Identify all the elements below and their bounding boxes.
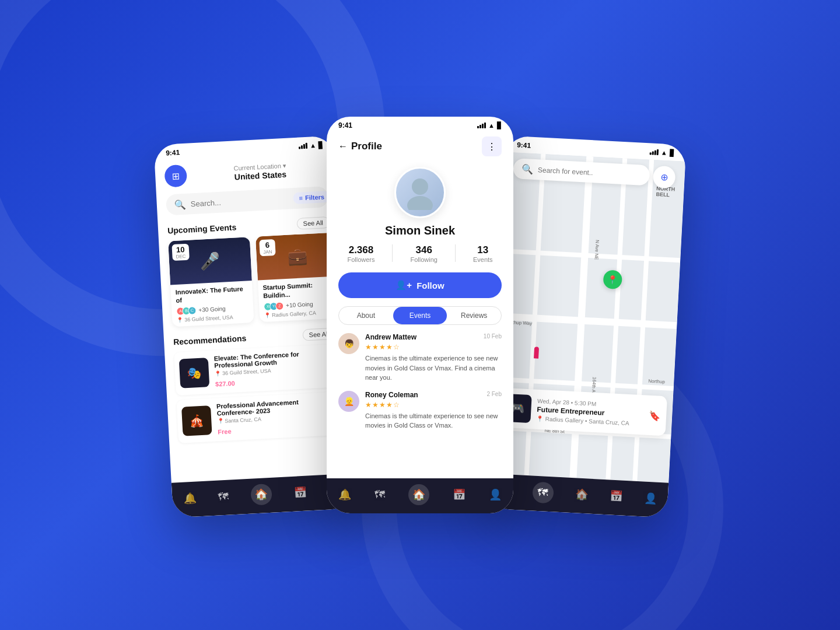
svg-point-0 <box>412 178 428 195</box>
bookmark-icon[interactable]: 🔖 <box>649 410 661 421</box>
location-block: Current Location ▾ United States <box>193 160 327 184</box>
upcoming-events-list: 🎤 10 DEC InnovateX: The Future of A B <box>159 232 344 333</box>
left-phone: 9:41 ▲ ▊ ⊞ Current Location ▾ Un <box>153 135 354 517</box>
back-button[interactable]: ← Profile <box>338 141 382 152</box>
map-bookmark-1 <box>534 347 539 359</box>
event-date-badge-0: 10 DEC <box>172 244 189 261</box>
profile-tabs: About Events Reviews <box>338 306 502 325</box>
status-time-center: 9:41 <box>338 121 352 130</box>
stat-events: 13 Events <box>473 244 493 263</box>
follow-icon: 👤+ <box>396 280 412 290</box>
location-target-icon: ⊕ <box>660 172 668 183</box>
reviewer-name-1: Roney Coleman <box>365 391 418 399</box>
search-icon-map: 🔍 <box>522 163 534 175</box>
nav-profile-center[interactable]: 👤 <box>489 488 502 501</box>
profile-page-title: Profile <box>351 141 382 152</box>
nav-notifications-center[interactable]: 🔔 <box>338 488 351 501</box>
user-name: Simon Sinek <box>385 224 455 237</box>
nav-calendar-left[interactable]: 📅 <box>293 486 307 499</box>
search-input-left[interactable] <box>190 194 289 208</box>
status-bar-center: 9:41 ▲ ▊ <box>327 117 513 132</box>
more-icon: ⋮ <box>487 141 496 152</box>
nav-calendar-right[interactable]: 📅 <box>609 490 622 503</box>
nav-map-right[interactable]: 🗺 <box>532 482 554 504</box>
nav-map-center[interactable]: 🗺 <box>374 489 385 501</box>
nav-notifications-left[interactable]: 🔔 <box>183 492 197 505</box>
nav-map-left[interactable]: 🗺 <box>218 490 229 503</box>
reviewer-avatar-0: 👦 <box>338 333 359 354</box>
rec-info-0: Elevate: The Conference for Professional… <box>214 349 333 388</box>
wifi-icon: ▲ <box>310 142 317 149</box>
stat-following: 346 Following <box>410 244 437 263</box>
tab-about[interactable]: About <box>339 307 393 324</box>
signal-icon-center <box>477 123 486 128</box>
app-logo: ⊞ <box>164 164 187 188</box>
search-icon-left: 🔍 <box>174 198 186 210</box>
map-pin-icon: 📍 <box>607 275 618 285</box>
status-time-left: 9:41 <box>166 148 180 157</box>
bottom-nav-center: 🔔 🗺 🏠 📅 👤 <box>327 478 513 513</box>
event-card-0[interactable]: 🎤 10 DEC InnovateX: The Future of A B <box>168 237 254 327</box>
rec-image-1: 🎪 <box>181 405 212 436</box>
event-card-title-1: Startup Summit: Buildin... <box>262 280 335 300</box>
status-time-right: 9:41 <box>517 141 531 149</box>
status-icons-left: ▲ ▊ <box>299 141 324 150</box>
rec-price-1: Free <box>218 428 232 435</box>
rec-image-0: 🎭 <box>179 358 210 388</box>
popup-info: Wed, Apr 28 • 5:30 PM Future Entrepreneu… <box>536 397 643 426</box>
battery-icon-right: ▊ <box>669 149 674 157</box>
nav-home-left[interactable]: 🏠 <box>250 484 272 506</box>
wifi-icon-center: ▲ <box>488 122 495 129</box>
review-date-1: 2 Feb <box>487 391 502 397</box>
nav-calendar-center[interactable]: 📅 <box>453 488 466 501</box>
review-content-0: Andrew Mattew 10 Feb ★★★★☆ Cinemas is th… <box>365 333 502 383</box>
svg-point-1 <box>407 196 433 210</box>
map-search-input[interactable] <box>538 166 642 179</box>
review-item-1: 👱 Roney Coleman 2 Feb ★★★★☆ Cinemas is t… <box>338 391 502 430</box>
battery-icon: ▊ <box>318 141 324 149</box>
filters-button[interactable]: ≡ Filters <box>293 191 330 204</box>
stars-1: ★★★★☆ <box>365 401 502 409</box>
center-phone: 9:41 ▲ ▊ ← Profile ⋮ <box>327 117 513 513</box>
profile-header-bar: ← Profile ⋮ <box>327 132 513 161</box>
status-icons-center: ▲ ▊ <box>477 122 502 130</box>
rec-card-1[interactable]: 🎪 Professional Advancement Conference- 2… <box>176 391 340 443</box>
avatar <box>394 167 446 218</box>
filter-icon: ≡ <box>299 194 303 201</box>
tab-reviews[interactable]: Reviews <box>447 307 501 324</box>
follow-button[interactable]: 👤+ Follow <box>338 272 502 298</box>
stars-0: ★★★★☆ <box>365 343 502 351</box>
see-all-upcoming-button[interactable]: See All <box>296 216 330 230</box>
profile-stats: 2.368 Followers 346 Following 13 Events <box>347 244 492 263</box>
nav-home-right[interactable]: 🏠 <box>575 488 588 501</box>
review-item-0: 👦 Andrew Mattew 10 Feb ★★★★☆ Cinemas is … <box>338 333 502 383</box>
rec-card-0[interactable]: 🎭 Elevate: The Conference for Profession… <box>174 344 338 395</box>
recommendations-list: 🎭 Elevate: The Conference for Profession… <box>164 343 350 443</box>
reviewer-avatar-1: 👱 <box>338 391 359 412</box>
reviews-list: 👦 Andrew Mattew 10 Feb ★★★★☆ Cinemas is … <box>327 333 513 430</box>
review-text-1: Cinemas is the ultimate experience to se… <box>365 411 502 430</box>
reviewer-name-0: Andrew Mattew <box>365 333 416 341</box>
profile-avatar-section: Simon Sinek 2.368 Followers 346 Followin… <box>327 161 513 306</box>
nav-home-center[interactable]: 🏠 <box>408 484 429 505</box>
status-icons-right: ▲ ▊ <box>650 148 675 157</box>
rec-price-0: $27.00 <box>215 379 235 387</box>
signal-icon <box>299 143 308 149</box>
upcoming-title: Upcoming Events <box>167 222 237 235</box>
event-date-badge-1: 6 JAN <box>259 239 276 256</box>
wifi-icon-right: ▲ <box>661 149 668 156</box>
right-phone: 9:41 ▲ ▊ 🔍 ⊕ <box>486 135 686 517</box>
tab-events[interactable]: Events <box>393 307 447 324</box>
rec-info-1: Professional Advancement Conference- 202… <box>216 397 336 436</box>
nav-profile-right[interactable]: 👤 <box>644 492 657 505</box>
recommendations-title: Recommendations <box>173 333 247 346</box>
more-options-button[interactable]: ⋮ <box>482 136 502 156</box>
event-card-title-0: InnovateX: The Future of <box>175 284 248 304</box>
review-text-0: Cinemas is the ultimate experience to se… <box>365 354 502 383</box>
battery-icon-center: ▊ <box>497 122 502 130</box>
review-content-1: Roney Coleman 2 Feb ★★★★☆ Cinemas is the… <box>365 391 502 430</box>
review-date-0: 10 Feb <box>484 333 502 340</box>
signal-icon-right <box>650 149 659 155</box>
stat-followers: 2.368 Followers <box>347 244 374 263</box>
